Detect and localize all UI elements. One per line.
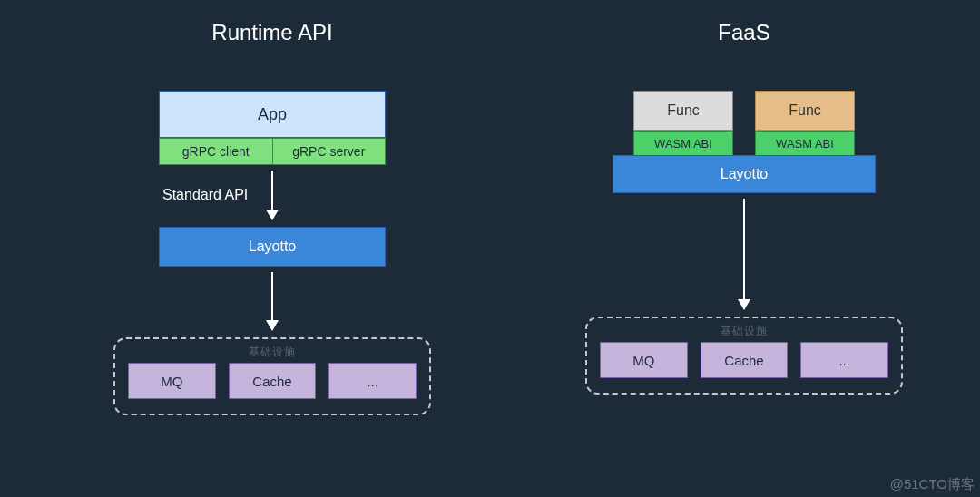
infra-box-left: 基础设施 MQ Cache ...	[113, 337, 431, 415]
arrow-left-infra	[271, 272, 273, 330]
layotto-box-left: Layotto	[159, 227, 386, 267]
infra-label-left: 基础设施	[249, 345, 296, 360]
infra-item-cache: Cache	[229, 363, 317, 399]
func-box-1: Func	[633, 91, 733, 131]
infra-item-cache-r: Cache	[701, 342, 789, 378]
watermark-text: @51CTO博客	[890, 476, 975, 493]
func-unit-1: Func WASM ABI	[633, 91, 733, 156]
wasm-abi-box-1: WASM ABI	[633, 131, 733, 156]
func-unit-2: Func WASM ABI	[755, 91, 855, 156]
infra-label-right: 基础设施	[720, 324, 768, 339]
func-row: Func WASM ABI Func WASM ABI	[633, 91, 855, 156]
layotto-box-right: Layotto	[612, 155, 876, 193]
arrow-right-infra	[743, 199, 745, 309]
arrow-standard-api: Standard API	[271, 171, 273, 219]
grpc-client-box: gRPC client	[159, 138, 273, 165]
grpc-server-box: gRPC server	[273, 138, 387, 165]
infra-item-ellipsis: ...	[328, 363, 416, 399]
runtime-api-title: Runtime API	[211, 20, 332, 45]
grpc-row: gRPC client gRPC server	[159, 138, 386, 165]
faas-block: Func WASM ABI Func WASM ABI Layotto	[612, 91, 876, 193]
func-box-2: Func	[755, 91, 855, 131]
standard-api-label: Standard API	[162, 187, 248, 203]
infra-item-ellipsis-r: ...	[800, 342, 888, 378]
infra-item-mq: MQ	[128, 363, 216, 399]
infra-box-right: 基础设施 MQ Cache ...	[585, 317, 903, 395]
faas-title: FaaS	[718, 20, 769, 45]
infra-item-mq-r: MQ	[600, 342, 688, 378]
app-block: App gRPC client gRPC server	[159, 91, 386, 165]
app-box: App	[159, 91, 386, 138]
wasm-abi-box-2: WASM ABI	[755, 131, 855, 156]
faas-column: FaaS Func WASM ABI Func WASM ABI Layotto…	[554, 0, 935, 395]
runtime-api-column: Runtime API App gRPC client gRPC server …	[82, 0, 463, 415]
